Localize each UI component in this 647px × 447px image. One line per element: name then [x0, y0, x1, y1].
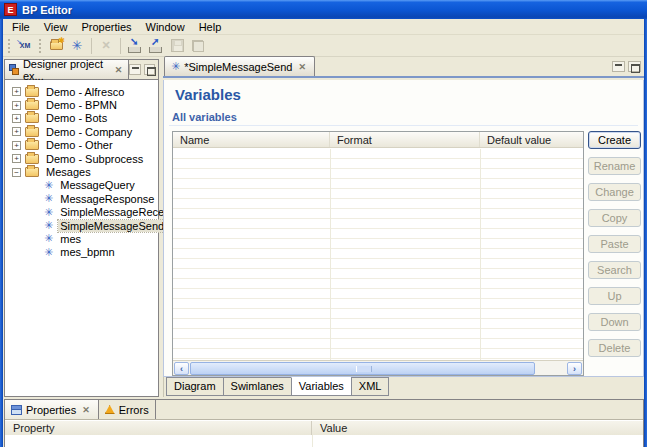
- section-title: All variables: [172, 111, 237, 123]
- app-window: E BP Editor File View Properties Window …: [0, 0, 647, 447]
- menu-file[interactable]: File: [5, 19, 37, 35]
- tree-item-mes-bpmn[interactable]: ✳ mes_bpmn: [5, 246, 158, 259]
- delete-button[interactable]: Delete: [588, 339, 641, 357]
- toolbar-separator: [120, 38, 121, 54]
- explorer-header: Designer project ex... ✕: [5, 60, 158, 80]
- designer-project-explorer: Designer project ex... ✕ Demo - Alfresco…: [4, 59, 159, 397]
- search-button[interactable]: Search: [588, 261, 641, 279]
- tree-item-demo-other[interactable]: Demo - Other: [5, 139, 158, 152]
- variables-page: Variables All variables Name Format Defa…: [163, 80, 644, 377]
- up-button[interactable]: Up: [588, 287, 641, 305]
- tree-item-mes[interactable]: ✳ mes: [5, 232, 158, 245]
- toolbar: ↘ XM ✱ ✳ ✕ ➘ ➚: [3, 35, 644, 57]
- properties-grid-body[interactable]: [5, 435, 643, 447]
- tree-item-mesages[interactable]: Mesages: [5, 165, 158, 178]
- project-tree: Demo - Alfresco Demo - BPMN Demo - Bots …: [5, 80, 158, 259]
- project-explorer-icon: [9, 64, 19, 75]
- tree-item-messagequery[interactable]: ✳ MessageQuery: [5, 179, 158, 192]
- save-icon[interactable]: [168, 37, 186, 55]
- tab-xml[interactable]: XML: [351, 377, 390, 396]
- folder-icon: [25, 113, 39, 123]
- tree-item-demo-alfresco[interactable]: Demo - Alfresco: [5, 85, 158, 98]
- close-icon[interactable]: ✕: [296, 62, 308, 72]
- tab-properties[interactable]: Properties ✕: [5, 400, 99, 419]
- copy-button[interactable]: Copy: [588, 209, 641, 227]
- menu-view[interactable]: View: [37, 19, 75, 35]
- process-icon: ✳: [44, 192, 53, 205]
- export-icon[interactable]: ➚: [147, 37, 165, 55]
- variables-table: Name Format Default value: [172, 131, 584, 376]
- tree-item-demo-subprocess[interactable]: Demo - Subprocess: [5, 152, 158, 165]
- variables-table-body[interactable]: [173, 149, 583, 360]
- menu-window[interactable]: Window: [139, 19, 192, 35]
- minimize-editor-button[interactable]: [612, 61, 625, 72]
- process-icon: ✳: [44, 246, 53, 259]
- process-icon: ✳: [171, 60, 180, 73]
- menu-properties[interactable]: Properties: [74, 19, 138, 35]
- new-process-icon[interactable]: ✳: [68, 37, 86, 55]
- close-icon[interactable]: ✕: [80, 405, 92, 415]
- process-icon: ✳: [44, 206, 53, 219]
- expand-icon[interactable]: [12, 141, 21, 150]
- new-xml-process-icon[interactable]: ↘ XM: [16, 37, 34, 55]
- column-header-format[interactable]: Format: [330, 132, 480, 147]
- column-header-property[interactable]: Property: [5, 421, 312, 435]
- properties-grid-header: Property Value: [5, 420, 643, 435]
- tree-item-demo-bots[interactable]: Demo - Bots: [5, 112, 158, 125]
- tree-item-simplemessagereceive[interactable]: ✳ SimpleMessageReceive: [5, 206, 158, 219]
- expand-icon[interactable]: [12, 154, 21, 163]
- title-bar: E BP Editor: [0, 0, 647, 19]
- explorer-tab-label: Designer project ex...: [23, 58, 109, 82]
- column-header-default-value[interactable]: Default value: [480, 132, 583, 147]
- maximize-view-button[interactable]: [144, 64, 155, 75]
- scroll-left-icon[interactable]: [174, 362, 189, 375]
- scroll-right-icon[interactable]: [567, 362, 582, 375]
- expand-icon[interactable]: [12, 114, 21, 123]
- folder-icon: [25, 127, 39, 137]
- horizontal-scrollbar[interactable]: [173, 360, 583, 375]
- new-folder-icon[interactable]: ✱: [47, 37, 65, 55]
- delete-icon[interactable]: ✕: [97, 37, 115, 55]
- tree-item-demo-bpmn[interactable]: Demo - BPMN: [5, 98, 158, 111]
- tree-item-messageresponse[interactable]: ✳ MessageResponse: [5, 192, 158, 205]
- column-header-value[interactable]: Value: [312, 421, 643, 435]
- properties-panel: Properties ✕ Errors Property Value: [4, 399, 644, 447]
- change-button[interactable]: Change: [588, 183, 641, 201]
- expand-icon[interactable]: [12, 127, 21, 136]
- close-icon[interactable]: ✕: [113, 65, 125, 75]
- folder-icon: [25, 140, 39, 150]
- process-icon: ✳: [44, 232, 53, 245]
- save-all-icon[interactable]: [189, 37, 207, 55]
- menu-bar: File View Properties Window Help: [3, 19, 644, 35]
- editor-tab-simplemessagesend[interactable]: ✳ *SimpleMessageSend ✕: [164, 56, 315, 76]
- editor-tab-label: *SimpleMessageSend: [184, 61, 292, 73]
- editor-tab-row: ✳ *SimpleMessageSend ✕: [163, 57, 644, 78]
- tree-item-demo-company[interactable]: Demo - Company: [5, 125, 158, 138]
- expand-icon[interactable]: [12, 87, 21, 96]
- scrollbar-thumb[interactable]: [190, 362, 535, 375]
- expand-icon[interactable]: [12, 101, 21, 110]
- down-button[interactable]: Down: [588, 313, 641, 331]
- warning-icon: [105, 405, 115, 414]
- menu-help[interactable]: Help: [192, 19, 229, 35]
- editor-page-tabs: Diagram Swimlanes Variables XML: [163, 377, 644, 397]
- tab-variables[interactable]: Variables: [291, 377, 352, 396]
- variables-table-header: Name Format Default value: [173, 132, 583, 148]
- tab-errors[interactable]: Errors: [99, 400, 156, 419]
- rename-button[interactable]: Rename: [588, 157, 641, 175]
- sparkle-badge: ✱: [58, 37, 65, 45]
- process-icon: ✳: [44, 179, 53, 192]
- app-icon: E: [4, 3, 17, 16]
- maximize-editor-button[interactable]: [628, 61, 641, 72]
- create-button[interactable]: Create: [588, 131, 641, 149]
- minimize-view-button[interactable]: [129, 64, 140, 75]
- properties-panel-tabs: Properties ✕ Errors: [5, 400, 643, 420]
- paste-button[interactable]: Paste: [588, 235, 641, 253]
- tab-diagram[interactable]: Diagram: [166, 377, 224, 396]
- tree-item-simplemessagesend[interactable]: ✳ SimpleMessageSend: [5, 219, 158, 232]
- tab-swimlanes[interactable]: Swimlanes: [223, 377, 292, 396]
- collapse-icon[interactable]: [12, 168, 21, 177]
- explorer-tab[interactable]: Designer project ex... ✕: [5, 60, 129, 79]
- import-icon[interactable]: ➘: [126, 37, 144, 55]
- column-header-name[interactable]: Name: [173, 132, 330, 147]
